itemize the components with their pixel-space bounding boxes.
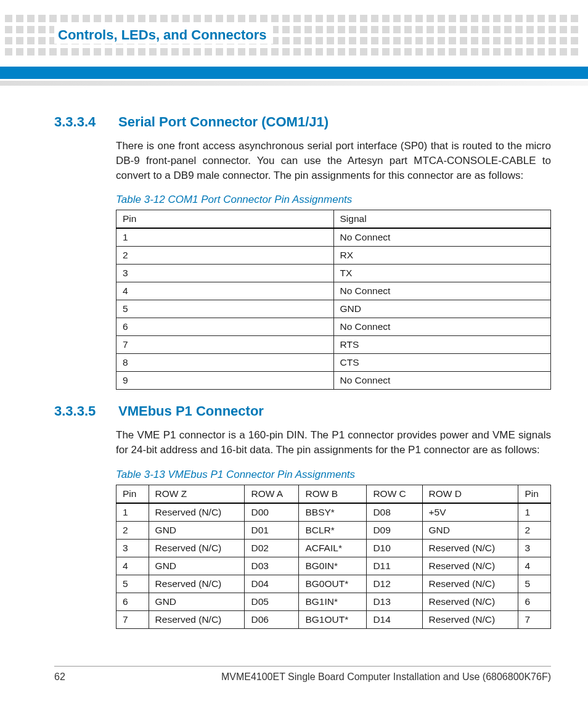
table-cell: BCLR* xyxy=(299,521,367,539)
table-cell: 8 xyxy=(116,354,334,372)
table-cell: 2 xyxy=(518,521,551,539)
section-title: VMEbus P1 Connector xyxy=(118,403,264,419)
table-3-12-caption: Table 3-12 COM1 Port Connector Pin Assig… xyxy=(116,194,551,206)
table-cell: Reserved (N/C) xyxy=(422,593,518,610)
table-row: 4GNDD03BG0IN*D11Reserved (N/C)4 xyxy=(116,557,551,575)
table-cell: No Connect xyxy=(333,318,551,336)
table-cell: 4 xyxy=(116,282,334,300)
table-cell: 7 xyxy=(116,610,149,628)
table-cell: 3 xyxy=(116,539,149,557)
table-cell: D01 xyxy=(245,521,299,539)
table-cell: GND xyxy=(149,557,245,575)
table-cell: CTS xyxy=(333,354,551,372)
table-cell: D06 xyxy=(245,610,299,628)
table-cell: Reserved (N/C) xyxy=(149,503,245,522)
table-cell: 9 xyxy=(116,372,334,390)
table-cell: +5V xyxy=(422,503,518,522)
table-row: 4No Connect xyxy=(116,282,551,300)
table-cell: 1 xyxy=(116,228,334,247)
content: 3.3.3.4 Serial Port Connector (COM1/J1) … xyxy=(54,114,551,629)
table-cell: BG1IN* xyxy=(299,593,367,610)
table-cell: 1 xyxy=(116,503,149,522)
table-cell: 2 xyxy=(116,247,334,265)
table-cell: No Connect xyxy=(333,228,551,247)
table-cell: D08 xyxy=(367,503,422,522)
header-rule xyxy=(0,67,588,79)
table-cell: 6 xyxy=(116,593,149,610)
table-cell: 2 xyxy=(116,521,149,539)
table-cell: No Connect xyxy=(333,372,551,390)
section-number: 3.3.3.5 xyxy=(54,403,101,419)
table-cell: 7 xyxy=(518,610,551,628)
table-cell: Reserved (N/C) xyxy=(422,539,518,557)
table-cell: 5 xyxy=(116,300,334,318)
table-cell: 6 xyxy=(518,593,551,610)
table-cell: Reserved (N/C) xyxy=(422,557,518,575)
table-cell: No Connect xyxy=(333,282,551,300)
table-row: 1No Connect xyxy=(116,228,551,247)
table-header-cell: ROW B xyxy=(299,485,367,503)
table-header-cell: ROW D xyxy=(422,485,518,503)
table-cell: D04 xyxy=(245,575,299,593)
table-cell: D00 xyxy=(245,503,299,522)
table-row: 3Reserved (N/C)D02ACFAIL*D10Reserved (N/… xyxy=(116,539,551,557)
table-row: 2GNDD01BCLR*D09GND2 xyxy=(116,521,551,539)
table-cell: RTS xyxy=(333,336,551,354)
table-header-cell: Signal xyxy=(333,210,551,229)
table-cell: TX xyxy=(333,265,551,282)
table-cell: D05 xyxy=(245,593,299,610)
section-title: Serial Port Connector (COM1/J1) xyxy=(118,114,329,130)
table-cell: 5 xyxy=(116,575,149,593)
section-heading-2: 3.3.3.5 VMEbus P1 Connector xyxy=(54,403,551,419)
table-3-13: PinROW ZROW AROW BROW CROW DPin 1Reserve… xyxy=(116,485,551,629)
page-number: 62 xyxy=(54,671,65,683)
table-cell: D03 xyxy=(245,557,299,575)
table-cell: 4 xyxy=(518,557,551,575)
table-row: 7Reserved (N/C)D06BG1OUT*D14Reserved (N/… xyxy=(116,610,551,628)
doc-title: MVME4100ET Single Board Computer Install… xyxy=(221,671,551,683)
table-header-cell: ROW Z xyxy=(149,485,245,503)
table-cell: D12 xyxy=(367,575,422,593)
table-cell: Reserved (N/C) xyxy=(149,610,245,628)
table-cell: 3 xyxy=(116,265,334,282)
table-cell: ACFAIL* xyxy=(299,539,367,557)
table-3-12: PinSignal 1No Connect2RX3TX4No Connect5G… xyxy=(116,210,551,390)
table-cell: Reserved (N/C) xyxy=(149,539,245,557)
table-cell: D14 xyxy=(367,610,422,628)
table-cell: 7 xyxy=(116,336,334,354)
table-row: 5GND xyxy=(116,300,551,318)
table-cell: 4 xyxy=(116,557,149,575)
table-cell: 1 xyxy=(518,503,551,522)
table-cell: D02 xyxy=(245,539,299,557)
table-cell: D13 xyxy=(367,593,422,610)
table-row: 7RTS xyxy=(116,336,551,354)
table-cell: BBSY* xyxy=(299,503,367,522)
table-cell: 5 xyxy=(518,575,551,593)
table-cell: GND xyxy=(149,521,245,539)
table-cell: BG1OUT* xyxy=(299,610,367,628)
table-cell: BG0OUT* xyxy=(299,575,367,593)
table-header-cell: ROW A xyxy=(245,485,299,503)
table-row: 5Reserved (N/C)D04BG0OUT*D12Reserved (N/… xyxy=(116,575,551,593)
page-footer: 62 MVME4100ET Single Board Computer Inst… xyxy=(54,666,551,683)
table-3-13-caption: Table 3-13 VMEbus P1 Connector Pin Assig… xyxy=(116,469,551,481)
section1-body: There is one front access asynchronous s… xyxy=(116,139,551,183)
table-row: 6No Connect xyxy=(116,318,551,336)
table-cell: Reserved (N/C) xyxy=(149,575,245,593)
section-number: 3.3.3.4 xyxy=(54,114,101,130)
chapter-header: Controls, LEDs, and Connectors xyxy=(54,27,273,43)
table-cell: 6 xyxy=(116,318,334,336)
table-cell: GND xyxy=(149,593,245,610)
table-cell: Reserved (N/C) xyxy=(422,575,518,593)
section2-body: The VME P1 connector is a 160-pin DIN. T… xyxy=(116,428,551,458)
table-cell: GND xyxy=(422,521,518,539)
table-cell: D09 xyxy=(367,521,422,539)
table-row: 9No Connect xyxy=(116,372,551,390)
table-cell: 3 xyxy=(518,539,551,557)
table-row: 1Reserved (N/C)D00BBSY*D08+5V1 xyxy=(116,503,551,522)
table-row: 2RX xyxy=(116,247,551,265)
table-cell: GND xyxy=(333,300,551,318)
table-cell: D11 xyxy=(367,557,422,575)
table-header-cell: Pin xyxy=(116,210,334,229)
table-row: 6GNDD05BG1IN*D13Reserved (N/C)6 xyxy=(116,593,551,610)
